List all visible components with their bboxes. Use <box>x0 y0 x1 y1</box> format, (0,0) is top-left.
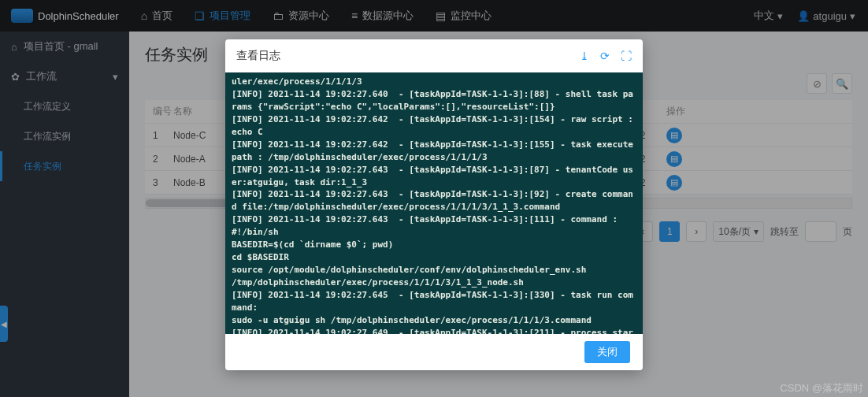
dialog-tools: ⤓ ⟳ ⛶ <box>580 50 632 62</box>
log-line: cd $BASEDIR <box>232 251 636 264</box>
log-line: [INFO] 2021-11-14 19:02:27.649 - [taskAp… <box>232 327 636 334</box>
download-icon[interactable]: ⤓ <box>580 50 589 62</box>
fullscreen-icon[interactable]: ⛶ <box>621 50 632 62</box>
log-line: [INFO] 2021-11-14 19:02:27.645 - [taskAp… <box>232 289 636 314</box>
log-dialog: 查看日志 ⤓ ⟳ ⛶ uler/exec/process/1/1/1/3[INF… <box>225 39 643 370</box>
log-line: sudo -u atguigu sh /tmp/dolphinscheduler… <box>232 314 636 327</box>
dialog-footer: 关闭 <box>225 334 643 370</box>
modal-mask: 查看日志 ⤓ ⟳ ⛶ uler/exec/process/1/1/1/3[INF… <box>0 0 868 397</box>
log-line: [INFO] 2021-11-14 19:02:27.643 - [taskAp… <box>232 213 636 239</box>
dialog-header: 查看日志 ⤓ ⟳ ⛶ <box>225 39 643 72</box>
log-line: /tmp/dolphinscheduler/exec/process/1/1/1… <box>232 276 636 289</box>
log-line: BASEDIR=$(cd `dirname $0`; pwd) <box>232 239 636 251</box>
log-line: [INFO] 2021-11-14 19:02:27.642 - [taskAp… <box>232 113 636 139</box>
log-line: [INFO] 2021-11-14 19:02:27.640 - [taskAp… <box>232 88 636 113</box>
close-button[interactable]: 关闭 <box>584 341 630 363</box>
refresh-icon[interactable]: ⟳ <box>600 50 610 62</box>
log-content[interactable]: uler/exec/process/1/1/1/3[INFO] 2021-11-… <box>225 72 643 334</box>
log-line: [INFO] 2021-11-14 19:02:27.643 - [taskAp… <box>232 164 636 189</box>
log-line: uler/exec/process/1/1/1/3 <box>232 76 636 88</box>
log-line: source /opt/module/dolphinscheduler/conf… <box>232 264 636 276</box>
log-line: [INFO] 2021-11-14 19:02:27.643 - [taskAp… <box>232 188 636 213</box>
dialog-title: 查看日志 <box>236 49 280 63</box>
log-line: [INFO] 2021-11-14 19:02:27.642 - [taskAp… <box>232 139 636 164</box>
